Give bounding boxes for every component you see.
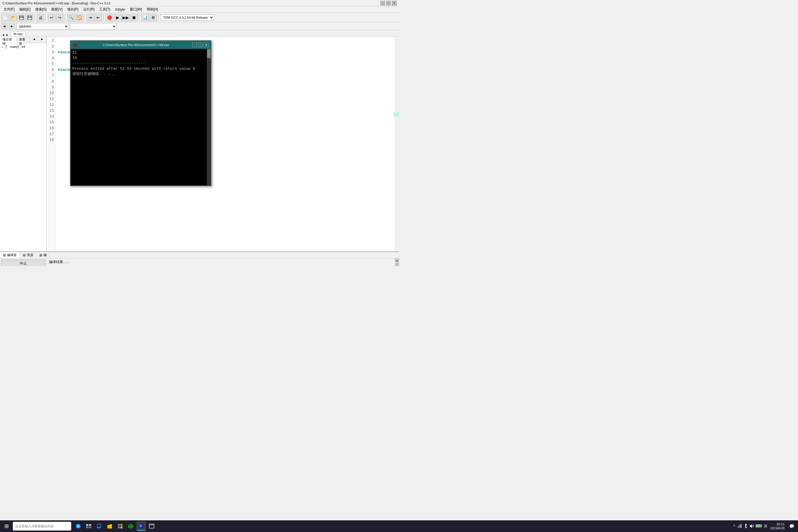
save-file-button[interactable]: 💾 — [18, 14, 25, 21]
bottom-tab-extra[interactable]: ⊞ 编 — [36, 252, 50, 258]
line-num-12: 12 — [47, 102, 54, 108]
menu-run[interactable]: 运行[R] — [81, 6, 97, 13]
tb2-btn-2[interactable]: ► — [9, 23, 15, 30]
toolbar-secondary: ◄ ► (globals) — [0, 22, 399, 30]
console-window[interactable]: ⬛ C:\Users\Surface Pro 4\Documents\C++\t… — [70, 40, 211, 186]
menu-astyle[interactable]: AStyle — [113, 7, 128, 12]
compile-result-sep: --------- — [49, 265, 393, 266]
tab-scroll-right[interactable]: ► — [5, 33, 10, 36]
left-tab-arrow-left[interactable]: ◄ — [30, 37, 38, 43]
line-num-6: 6 — [47, 67, 54, 73]
run-button[interactable]: ▶ — [114, 14, 121, 21]
console-line-5: 请按任意键继续. . . _ — [72, 72, 209, 77]
open-file-button[interactable]: 📂 — [10, 14, 17, 21]
code-line-11 — [58, 225, 393, 230]
console-close-button[interactable]: ✕ — [204, 43, 209, 47]
main-area: 项目管理 查看类 ◄ ► ▸ ƒ main() : int 1 2 3 4 5 … — [0, 37, 399, 251]
resources-tab-icon: ⊞ — [23, 253, 26, 257]
find-button[interactable]: 🔍 — [67, 14, 75, 21]
tree-item-label: main() : int — [10, 45, 25, 49]
menu-project[interactable]: 项目[P] — [65, 6, 81, 13]
console-scroll-thumb — [207, 49, 211, 58]
left-tab-arrow-right[interactable]: ► — [38, 37, 46, 43]
scroll-track[interactable] — [395, 263, 399, 266]
tb2-btn-1[interactable]: ◄ — [1, 23, 7, 30]
save-all-button[interactable]: 💾 — [26, 14, 33, 21]
menu-edit[interactable]: 编辑[E] — [17, 6, 33, 13]
line-num-4: 4 — [47, 55, 54, 61]
line-num-13: 13 — [47, 108, 54, 114]
compiler-tab-label: 编译器 — [7, 253, 17, 257]
bottom-sidebar: 中止 Shorten compiler paths — [0, 259, 47, 266]
menu-search[interactable]: 搜索[S] — [33, 6, 49, 13]
toggle-bkpt-button[interactable]: 🔴 — [106, 14, 113, 21]
settings-button[interactable]: ⚙ — [149, 14, 157, 21]
maximize-button[interactable]: □ — [386, 1, 391, 5]
compiler-selector[interactable]: TDM-GCC 4.9.2 64-bit Release — [160, 14, 214, 21]
print-button[interactable]: 🖨 — [37, 14, 44, 21]
console-maximize-button[interactable]: □ — [198, 43, 203, 47]
line-num-7: 7 — [47, 73, 54, 79]
left-panel-content: ▸ ƒ main() : int — [0, 43, 46, 50]
tab-scroll-controls: ◄ ► — [1, 33, 10, 36]
left-tab-classes[interactable]: 查看类 — [17, 37, 30, 43]
compile-result-title: 编译结果... — [49, 260, 393, 265]
menu-window[interactable]: 窗口[W] — [128, 6, 145, 13]
code-line-10 — [58, 207, 393, 213]
title-bar-controls: ─ □ ✕ — [380, 1, 397, 5]
console-line-2: 16 — [72, 55, 209, 61]
toolbar-sep-7 — [158, 14, 159, 21]
menu-file[interactable]: 文件[F] — [1, 6, 17, 13]
toolbar-sep-3 — [65, 14, 66, 21]
scroll-thumb — [396, 263, 399, 266]
function-icon: ƒ — [5, 45, 10, 49]
bottom-tab-compiler[interactable]: ⊞ 编译器 — [0, 252, 20, 258]
indent-button[interactable]: ⇥ — [86, 14, 94, 21]
globals-selector[interactable]: (globals) — [16, 23, 69, 30]
toolbar-sep-2 — [45, 14, 47, 21]
console-app-icon: ⬛ — [73, 43, 78, 47]
line-num-3: 3 — [47, 50, 54, 55]
line-num-11: 11 — [47, 96, 54, 102]
replace-button[interactable]: 🔁 — [75, 14, 83, 21]
tab-bar: ◄ ► ttt.cpp — [0, 30, 399, 37]
line-num-17: 17 — [47, 131, 54, 137]
toolbar-sep-1 — [34, 14, 36, 21]
console-line-1: 12 — [72, 50, 209, 55]
extra-tab-icon: ⊞ — [39, 253, 42, 257]
line-num-8: 8 — [47, 79, 54, 84]
editor-content[interactable]: 1 2 3 4 5 6 7 8 9 10 11 12 13 14 15 16 1… — [47, 37, 399, 251]
editor-scrollbar[interactable] — [395, 37, 399, 251]
scroll-up-button[interactable]: ▲ — [395, 259, 399, 263]
left-tab-project[interactable]: 项目管理 — [0, 37, 17, 43]
minimize-button[interactable]: ─ — [380, 1, 385, 5]
toolbar-sep-6 — [139, 14, 140, 21]
tab-scroll-left[interactable]: ◄ — [1, 33, 5, 36]
new-file-button[interactable]: 📄 — [1, 14, 9, 21]
menu-tools[interactable]: 工具[T] — [97, 6, 113, 13]
menu-help[interactable]: 帮助[H] — [145, 6, 160, 13]
toolbar-main: 📄 📂 💾 💾 🖨 ↩ ↪ 🔍 🔁 ⇥ ⇤ 🔴 ▶ ▶▶ ⏹ 📊 ⚙ TDM-G… — [0, 13, 399, 22]
bottom-tab-resources[interactable]: ⊞ 资源 — [20, 252, 36, 258]
bottom-scrollbar[interactable]: ▲ ▼ — [395, 259, 399, 266]
stop-button[interactable]: 中止 — [1, 260, 45, 266]
console-scrollbar[interactable] — [207, 49, 211, 186]
compile-run-button[interactable]: ▶▶ — [122, 14, 130, 21]
function-selector[interactable] — [70, 23, 117, 30]
line-num-9: 9 — [47, 84, 54, 90]
code-line-12 — [58, 242, 393, 248]
line-num-14: 14 — [47, 114, 54, 119]
stop-button[interactable]: ⏹ — [130, 14, 138, 21]
redo-button[interactable]: ↪ — [56, 14, 63, 21]
chart-button[interactable]: 📊 — [141, 14, 149, 21]
toolbar-sep-4 — [84, 14, 85, 21]
tab-ttt-cpp[interactable]: ttt.cpp — [11, 31, 26, 36]
undo-button[interactable]: ↩ — [48, 14, 55, 21]
unindent-button[interactable]: ⇤ — [95, 14, 102, 21]
menu-view[interactable]: 视图[V] — [49, 6, 65, 13]
bottom-content: 编译结果... --------- - 错误：0 - 警告：0 - 输出文件名：… — [47, 259, 395, 266]
tree-item-main[interactable]: ▸ ƒ main() : int — [1, 44, 45, 49]
console-minimize-button[interactable]: ─ — [192, 43, 197, 47]
close-button[interactable]: ✕ — [392, 1, 397, 5]
console-line-3: -------------------------------- — [72, 61, 209, 66]
